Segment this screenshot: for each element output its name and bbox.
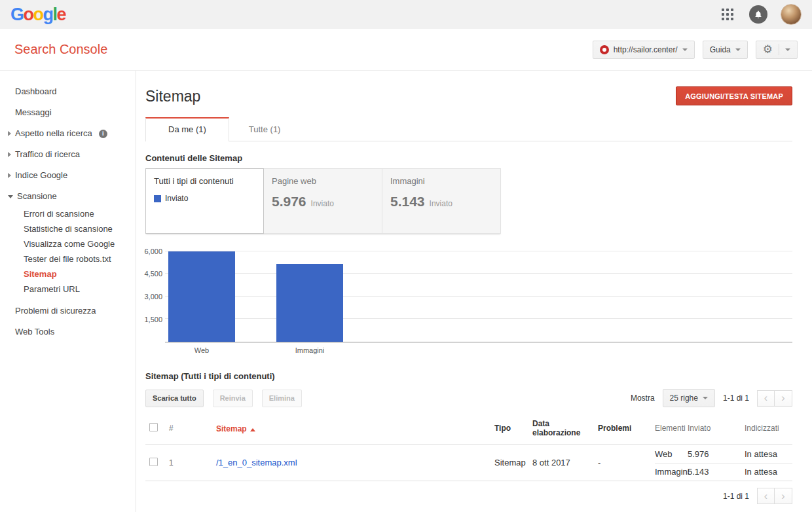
bar-web: [168, 251, 235, 342]
divider: [779, 44, 779, 55]
logo-letter: g: [43, 5, 53, 24]
help-dropdown[interactable]: Guida: [703, 41, 748, 59]
sidebar-item-label: Web Tools: [15, 327, 54, 337]
card-images[interactable]: Immagini 5.143 Inviato: [382, 168, 501, 234]
sort-link[interactable]: Sitemap: [216, 424, 247, 433]
sidebar-item-scansione[interactable]: Scansione: [0, 186, 136, 207]
card-value: 5.976: [272, 194, 306, 210]
col-header-data-elaborazione: Data elaborazione: [532, 419, 598, 437]
col-header-problemi: Problemi: [598, 424, 655, 433]
col-header-index: #: [169, 424, 216, 433]
card-sub-label: Inviato: [430, 199, 452, 208]
chevron-down-icon: [735, 48, 741, 51]
info-icon[interactable]: i: [99, 130, 107, 138]
notifications-button[interactable]: [749, 5, 767, 24]
sidebar-item-statistiche-di-scansione[interactable]: Statistiche di scansione: [0, 222, 136, 237]
chevron-left-icon: ‹: [764, 491, 767, 502]
sitemap-link[interactable]: /1_en_0_sitemap.xml: [216, 458, 297, 467]
card-all-content-types[interactable]: Tutti i tipi di contenuti Inviato: [145, 168, 264, 234]
apps-grid-icon[interactable]: [719, 6, 736, 23]
x-tick-label: Immagini: [273, 346, 381, 354]
table-footer: 1-1 di 1 ‹ ›: [145, 488, 792, 504]
sidebar-item-web-tools[interactable]: Web Tools: [0, 321, 136, 342]
detail-inviato: 5.143: [688, 467, 745, 477]
detail-indicizzati: In attesa: [745, 449, 792, 459]
card-value: 5.143: [390, 194, 425, 210]
site-favicon: [600, 45, 609, 54]
google-logo[interactable]: Google: [10, 6, 65, 24]
sidebar-item-messaggi[interactable]: Messaggi: [0, 102, 136, 123]
col-header-sitemap[interactable]: Sitemap: [216, 424, 494, 433]
sidebar: Dashboard Messaggi Aspetto nella ricerca…: [0, 71, 136, 512]
x-axis-labels: WebImmagini: [165, 346, 792, 354]
row-tipo: Sitemap: [494, 458, 532, 467]
col-header-elementi: Elementi: [655, 424, 688, 433]
gear-icon: ⚙: [763, 44, 773, 55]
sidebar-item-errori-di-scansione[interactable]: Errori di scansione: [0, 207, 136, 222]
row-details: Web 5.976 In attesa Immagini 5.143 In at…: [655, 445, 792, 481]
row-checkbox[interactable]: [149, 458, 158, 466]
footer-pagination: ‹ ›: [757, 488, 792, 504]
next-page-button[interactable]: ›: [775, 390, 792, 407]
chevron-right-icon: ›: [781, 491, 784, 502]
select-all-checkbox[interactable]: [149, 423, 158, 431]
add-test-sitemap-button[interactable]: AGGIUNGI/TESTA SITEMAP: [676, 86, 792, 105]
logo-letter: o: [24, 5, 33, 24]
sidebar-item-sitemap[interactable]: Sitemap: [0, 267, 136, 282]
prev-page-button[interactable]: ‹: [757, 390, 775, 407]
expand-arrow-icon: [8, 173, 11, 178]
bell-icon: [754, 10, 763, 19]
tab-tutte[interactable]: Tutte (1): [229, 118, 301, 141]
legend-label: Inviato: [165, 194, 188, 203]
header-actions: http://sailor.center/ Guida ⚙: [593, 41, 798, 59]
logo-letter: o: [33, 5, 43, 24]
sidebar-item-dashboard[interactable]: Dashboard: [0, 81, 136, 102]
sidebar-item-problemi-di-sicurezza[interactable]: Problemi di sicurezza: [0, 301, 136, 321]
settings-dropdown[interactable]: ⚙: [756, 41, 798, 59]
prev-page-button[interactable]: ‹: [757, 488, 775, 504]
footer-pagination-range: 1-1 di 1: [723, 492, 749, 501]
y-tick-label: 4,500: [144, 270, 162, 278]
sidebar-item-label: Indice Google: [15, 170, 67, 181]
card-sub-label: Inviato: [311, 199, 334, 208]
app-header: Search Console http://sailor.center/ Gui…: [0, 29, 812, 71]
sidebar-item-parametri-url[interactable]: Parametri URL: [0, 282, 136, 297]
chevron-left-icon: ‹: [764, 393, 767, 403]
table-row: 1 /1_en_0_sitemap.xml Sitemap 8 ott 2017…: [145, 445, 792, 481]
contents-heading: Contenuti delle Sitemap: [145, 153, 792, 163]
table-header-row: # Sitemap Tipo Data elaborazione Problem…: [145, 414, 792, 445]
x-tick-label: Web: [165, 346, 273, 354]
collapse-arrow-icon: [8, 195, 13, 198]
logo-letter: G: [10, 5, 24, 24]
rows-per-page-select[interactable]: 25 righe: [663, 389, 715, 407]
pagination: ‹ ›: [757, 390, 792, 407]
sort-asc-icon: [250, 428, 255, 431]
show-label: Mostra: [631, 393, 655, 403]
download-all-button[interactable]: Scarica tutto: [145, 390, 204, 407]
avatar[interactable]: [781, 4, 802, 25]
app-title: Search Console: [14, 42, 107, 57]
rows-per-page-value: 25 righe: [670, 393, 698, 403]
delete-button[interactable]: Elimina: [262, 390, 302, 407]
row-data-elaborazione: 8 ott 2017: [532, 458, 598, 467]
sidebar-item-label: Problemi di sicurezza: [15, 306, 96, 316]
chevron-down-icon: [703, 397, 708, 399]
sidebar-item-indice-google[interactable]: Indice Google: [0, 165, 136, 186]
col-header-inviato: Inviato: [688, 424, 745, 433]
sidebar-item-aspetto-nella-ricerca[interactable]: Aspetto nella ricerca i: [0, 123, 136, 144]
tab-da-me[interactable]: Da me (1): [145, 117, 229, 141]
col-header-tipo: Tipo: [494, 424, 532, 433]
pagination-range: 1-1 di 1: [723, 393, 749, 403]
sidebar-item-tester-robots[interactable]: Tester dei file robots.txt: [0, 252, 136, 267]
col-header-indicizzati: Indicizzati: [745, 424, 792, 433]
sidebar-item-traffico-di-ricerca[interactable]: Traffico di ricerca: [0, 144, 136, 165]
next-page-button[interactable]: ›: [775, 488, 792, 504]
property-selector[interactable]: http://sailor.center/: [593, 41, 695, 59]
resubmit-button[interactable]: Reinvia: [213, 390, 253, 407]
y-tick-label: 3,000: [144, 293, 162, 301]
card-web-pages[interactable]: Pagine web 5.976 Inviato: [264, 168, 382, 234]
row-index: 1: [169, 458, 216, 467]
tabs: Da me (1) Tutte (1): [145, 117, 792, 141]
sidebar-item-visualizza-come-google[interactable]: Visualizza come Google: [0, 237, 136, 252]
expand-arrow-icon: [8, 152, 11, 157]
